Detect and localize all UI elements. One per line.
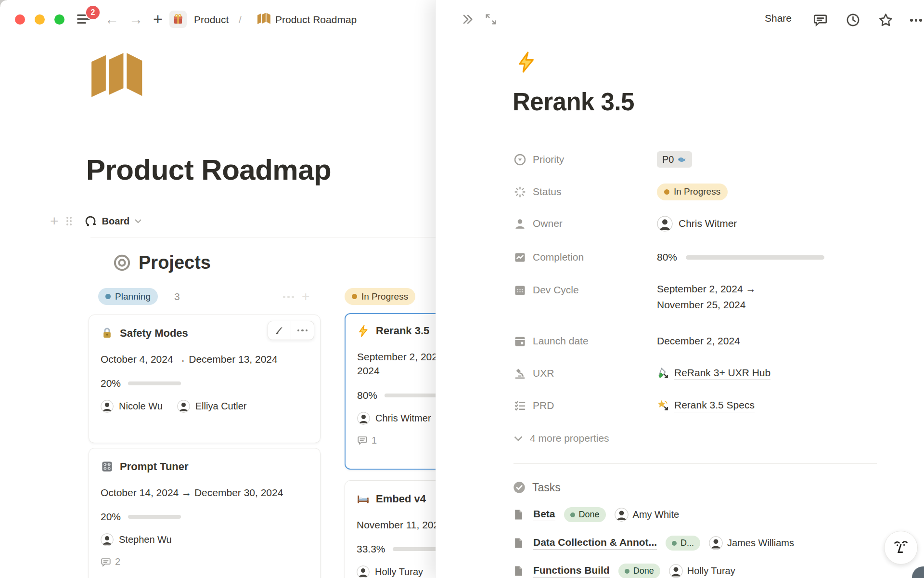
card-safety-modes[interactable]: Safety Modes October 4, 2024 → December … (89, 315, 321, 443)
task-row[interactable]: Data Collection & Annot... D... James Wi… (513, 536, 794, 551)
breadcrumb-root[interactable]: Product (194, 13, 229, 26)
column-hover-actions[interactable]: + (283, 291, 309, 302)
task-status-pill[interactable]: Done (618, 564, 660, 578)
status-dot (570, 512, 575, 517)
property-row-dev-cycle[interactable]: Dev Cycle September 2, 2024 → November 2… (513, 281, 802, 313)
property-row-priority[interactable]: Priority P0 (513, 151, 692, 168)
lock-icon (101, 327, 114, 340)
property-label: Completion (533, 251, 584, 263)
traffic-zoom-button[interactable] (54, 14, 64, 25)
property-label: Status (533, 186, 562, 197)
task-row[interactable]: Beta Done Amy White (513, 507, 679, 522)
completion-progress-bar (686, 255, 824, 260)
status-spinner-icon (513, 185, 526, 198)
board-view-icon (84, 215, 97, 228)
comment-count: 2 (115, 556, 120, 567)
gift-icon (172, 13, 184, 25)
microscope-icon (513, 367, 526, 380)
breadcrumb-product-tile[interactable] (169, 11, 187, 28)
card-hover-toolbar (268, 321, 314, 340)
person-name: Stephen Wu (119, 534, 172, 545)
task-title[interactable]: Data Collection & Annot... (533, 537, 657, 550)
comments-icon[interactable] (813, 13, 828, 27)
more-properties-label: 4 more properties (530, 433, 609, 444)
ellipsis-icon[interactable] (283, 296, 294, 298)
property-row-completion[interactable]: Completion 80% (513, 249, 824, 266)
add-view-icon[interactable]: + (50, 214, 59, 228)
status-value-pill[interactable]: In Progress (657, 184, 728, 200)
prd-link[interactable]: Rerank 3.5 Specs (657, 399, 755, 412)
tasks-title[interactable]: Tasks (532, 481, 561, 494)
zap-icon (357, 325, 370, 337)
divider (90, 237, 436, 237)
task-title[interactable]: Functions Build (533, 565, 610, 578)
column-header-planning[interactable]: Planning 3 (98, 288, 180, 305)
drag-handle-icon[interactable] (66, 217, 72, 225)
property-label: Owner (533, 218, 563, 229)
property-row-launch-date[interactable]: Launch date December 2, 2024 (513, 332, 740, 350)
calendar-solid-icon (513, 335, 526, 348)
back-arrow-icon[interactable]: ← (105, 12, 119, 27)
progress-percent: 20% (101, 378, 121, 389)
assignee-name: Amy White (633, 509, 680, 520)
card-title[interactable]: Prompt Tuner (120, 460, 189, 473)
corner-peek-button[interactable] (912, 566, 924, 578)
task-row[interactable]: Functions Build Done Holly Turay (513, 564, 735, 578)
checklist-icon (513, 399, 526, 412)
column-header-in-progress[interactable]: In Progress (345, 288, 415, 305)
task-status-pill[interactable]: Done (564, 507, 606, 522)
person-name: Chris Witmer (375, 413, 431, 424)
task-title[interactable]: Beta (533, 508, 555, 521)
traffic-minimize-button[interactable] (35, 14, 45, 25)
uxr-link-text[interactable]: ReRank 3+ UXR Hub (674, 367, 770, 380)
priority-value-pill[interactable]: P0 (657, 151, 692, 168)
card-title[interactable]: Rerank 3.5 (376, 325, 429, 337)
share-button[interactable]: Share (765, 13, 792, 24)
status-dot (672, 541, 677, 546)
page-icon-map[interactable] (91, 53, 144, 99)
control-knobs-icon (101, 460, 114, 473)
person-name: Elliya Cutler (195, 401, 247, 412)
history-clock-icon[interactable] (846, 13, 860, 27)
more-properties-toggle[interactable]: 4 more properties (513, 433, 609, 444)
add-card-icon[interactable]: + (302, 291, 309, 302)
card-menu-icon[interactable] (291, 321, 314, 340)
expand-page-icon[interactable] (484, 13, 498, 26)
property-row-owner[interactable]: Owner Chris Witmer (513, 215, 737, 232)
calendar-icon (513, 284, 526, 297)
chevron-down-icon (513, 435, 523, 442)
divider (513, 463, 877, 464)
bed-icon (357, 492, 370, 505)
property-row-uxr[interactable]: UXR ReRank 3+ UXR Hub (513, 365, 770, 382)
property-row-prd[interactable]: PRD Rerank 3.5 Specs (513, 397, 755, 414)
favorite-star-icon[interactable] (878, 13, 893, 27)
progress-bar (385, 394, 437, 397)
property-label: Priority (533, 154, 564, 165)
test-tube-link-icon (657, 367, 669, 380)
card-prompt-tuner[interactable]: Prompt Tuner October 14, 2024 → December… (89, 448, 321, 578)
notion-ai-button[interactable] (884, 531, 918, 565)
projects-title[interactable]: Projects (139, 252, 211, 273)
breadcrumb-current[interactable]: Product Roadmap (275, 13, 357, 26)
forward-arrow-icon[interactable]: → (129, 12, 143, 27)
card-title[interactable]: Safety Modes (120, 327, 188, 340)
chevron-down-icon[interactable] (134, 219, 142, 223)
page-icon-zap[interactable] (515, 51, 538, 73)
prd-link-text[interactable]: Rerank 3.5 Specs (674, 399, 755, 412)
edit-pencil-icon[interactable] (268, 321, 291, 340)
check-circle-icon (513, 481, 526, 494)
card-title[interactable]: Embed v4 (376, 493, 426, 505)
view-switcher-row: + Board (50, 214, 142, 228)
close-peek-chevrons-icon[interactable] (460, 13, 475, 26)
avatar (357, 565, 370, 578)
page-icon (513, 509, 525, 521)
task-status-pill[interactable]: D... (666, 536, 700, 551)
tasks-section-header: Tasks (513, 481, 561, 494)
owner-name: Chris Witmer (679, 218, 737, 229)
property-row-status[interactable]: Status In Progress (513, 183, 728, 200)
tab-board-view[interactable]: Board (102, 216, 130, 227)
traffic-close-button[interactable] (15, 14, 25, 25)
new-page-icon[interactable]: + (153, 10, 163, 27)
uxr-link[interactable]: ReRank 3+ UXR Hub (657, 367, 770, 380)
more-options-icon[interactable] (910, 13, 922, 22)
